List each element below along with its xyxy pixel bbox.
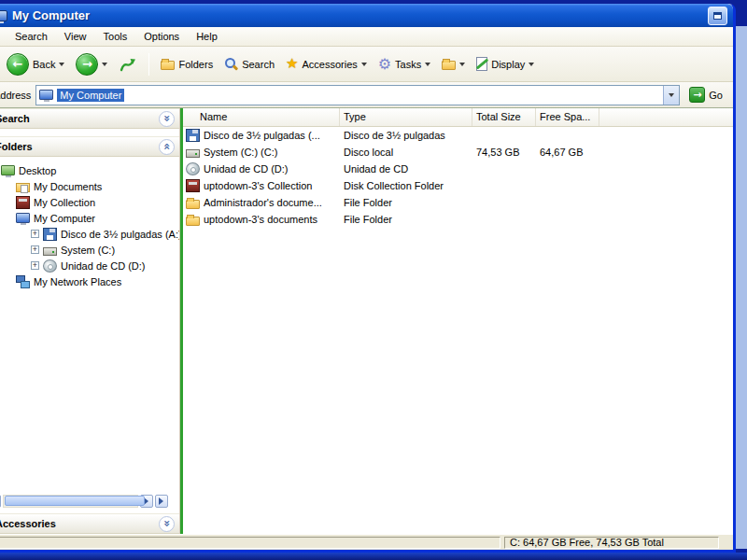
accessories-panel-title: Accessories xyxy=(0,518,56,529)
tree-item-my-network-places[interactable]: My Network Places xyxy=(0,273,179,289)
my-computer-icon xyxy=(16,213,30,223)
tree-item-desktop[interactable]: Desktop xyxy=(0,162,179,178)
column-header-free-space[interactable]: Free Spa... xyxy=(536,108,599,126)
toolbar: Back Folders Search Accessories xyxy=(0,47,733,82)
forward-dropdown-icon xyxy=(102,63,107,69)
scrollbar-track[interactable] xyxy=(3,495,138,508)
address-bar: Address My Computer Go xyxy=(0,82,733,108)
tree-expander[interactable]: + xyxy=(31,261,39,270)
tree-expander[interactable]: + xyxy=(31,230,39,238)
sidebar-expand-button[interactable] xyxy=(155,495,168,508)
item-name: Unidad de CD (D:) xyxy=(204,163,288,175)
cd-icon xyxy=(43,259,57,273)
menu-tools[interactable]: Tools xyxy=(95,28,136,45)
list-item-collection[interactable]: uptodown-3's Collection Disk Collection … xyxy=(183,177,733,194)
status-bar: C: 64,67 GB Free, 74,53 GB Total xyxy=(0,534,733,550)
tree-item-system-c[interactable]: + System (C:) xyxy=(0,242,179,258)
list-item-cd-d[interactable]: Unidad de CD (D:) Unidad de CD xyxy=(183,161,733,177)
undo-button[interactable] xyxy=(113,53,143,76)
tree-item-cd-d[interactable]: + Unidad de CD (D:) xyxy=(0,258,179,273)
tree-item-my-documents[interactable]: My Documents xyxy=(0,178,179,194)
forward-arrow-icon xyxy=(76,53,98,76)
menu-options[interactable]: Options xyxy=(135,28,188,45)
tree-item-my-collection[interactable]: My Collection xyxy=(0,194,179,210)
back-button[interactable]: Back xyxy=(1,50,70,78)
tree-item-label: My Network Places xyxy=(34,276,121,287)
item-name: uptodown-3's Collection xyxy=(204,180,312,191)
views-button[interactable] xyxy=(436,55,471,73)
search-panel-title: Search xyxy=(0,113,30,124)
go-button[interactable]: Go xyxy=(684,85,727,105)
back-arrow-icon xyxy=(7,53,29,76)
folders-panel-header[interactable]: Folders xyxy=(0,136,179,157)
item-type: Unidad de CD xyxy=(340,163,472,175)
display-label: Display xyxy=(491,59,525,70)
item-total-size: 74,53 GB xyxy=(472,147,536,158)
file-list-pane: Name Type Total Size Free Spa... Disco d… xyxy=(180,108,733,534)
folders-button[interactable]: Folders xyxy=(155,55,218,73)
accessories-panel-header[interactable]: Accessories xyxy=(0,513,179,534)
accessories-button[interactable]: Accessories xyxy=(280,54,373,74)
item-type: File Folder xyxy=(340,197,472,208)
folders-icon xyxy=(161,61,175,70)
scrollbar-thumb[interactable] xyxy=(5,496,145,506)
scroll-left-button[interactable] xyxy=(0,495,1,508)
column-header-type[interactable]: Type xyxy=(340,108,472,126)
address-value[interactable]: My Computer xyxy=(57,89,124,102)
tree-expander[interactable]: + xyxy=(31,245,39,254)
tasks-button[interactable]: Tasks xyxy=(373,54,436,75)
list-item-system-c[interactable]: System (C:) (C:) Disco local 74,53 GB 64… xyxy=(183,144,733,161)
desktop-background xyxy=(736,26,747,549)
search-button[interactable]: Search xyxy=(218,54,280,74)
list-item-uptodown-documents[interactable]: uptodown-3's documents File Folder xyxy=(183,211,733,228)
floppy-icon xyxy=(186,129,200,142)
display-dropdown-icon xyxy=(529,63,534,69)
views-folder-icon xyxy=(442,61,456,70)
views-dropdown-icon xyxy=(459,63,465,69)
taskbar xyxy=(0,553,747,560)
folder-icon xyxy=(186,200,200,209)
tree-item-label: Disco de 3½ pulgadas (A:) xyxy=(61,229,179,240)
tree-item-label: Unidad de CD (D:) xyxy=(61,260,145,272)
folders-label: Folders xyxy=(178,59,213,70)
double-chevron-down-icon xyxy=(163,518,171,529)
folders-panel-collapse-button[interactable] xyxy=(159,139,175,155)
search-panel-collapse-button[interactable] xyxy=(159,111,175,127)
list-item-floppy[interactable]: Disco de 3½ pulgadas (... Disco de 3½ pu… xyxy=(183,127,733,144)
address-dropdown-button[interactable] xyxy=(663,86,679,105)
status-panel-disk-info: C: 64,67 GB Free, 74,53 GB Total xyxy=(504,537,719,549)
item-name: Disco de 3½ pulgadas (... xyxy=(204,130,320,141)
item-type: Disco local xyxy=(340,147,472,158)
accessories-label: Accessories xyxy=(302,59,357,70)
search-panel-header[interactable]: Search xyxy=(0,108,179,129)
menu-help[interactable]: Help xyxy=(188,28,226,45)
forward-button[interactable] xyxy=(70,50,113,78)
list-item-administrador-documents[interactable]: Administrador's docume... File Folder xyxy=(183,194,733,211)
display-button[interactable]: Display xyxy=(471,54,540,74)
tree-item-my-computer[interactable]: My Computer xyxy=(0,210,179,226)
triangle-right-icon xyxy=(159,497,167,505)
toolbar-separator xyxy=(148,53,149,76)
tasks-label: Tasks xyxy=(395,59,421,70)
drive-icon xyxy=(186,149,200,158)
column-header-name[interactable]: Name xyxy=(183,108,340,126)
list-column-headers: Name Type Total Size Free Spa... xyxy=(183,108,733,127)
menu-view[interactable]: View xyxy=(56,28,95,45)
address-combo[interactable]: My Computer xyxy=(35,85,680,105)
tree-horizontal-scrollbar[interactable] xyxy=(0,495,168,508)
accessories-panel-collapse-button[interactable] xyxy=(159,516,175,532)
restore-button[interactable] xyxy=(708,7,727,25)
address-label: Address xyxy=(0,90,31,101)
folder-icon xyxy=(186,217,200,226)
tree-item-floppy-a[interactable]: + Disco de 3½ pulgadas (A:) xyxy=(0,226,179,242)
tree-item-label: My Collection xyxy=(34,197,95,208)
menu-search[interactable]: Search xyxy=(7,28,56,45)
title-bar[interactable]: My Computer xyxy=(0,4,733,27)
column-header-total-size[interactable]: Total Size xyxy=(472,108,536,126)
cd-icon xyxy=(186,162,200,175)
drive-icon xyxy=(43,247,57,256)
back-label: Back xyxy=(33,59,55,70)
window-controls xyxy=(708,7,727,25)
triangle-right-icon xyxy=(144,497,152,505)
window-content: Search Folders Desktop My Doc xyxy=(0,108,733,534)
